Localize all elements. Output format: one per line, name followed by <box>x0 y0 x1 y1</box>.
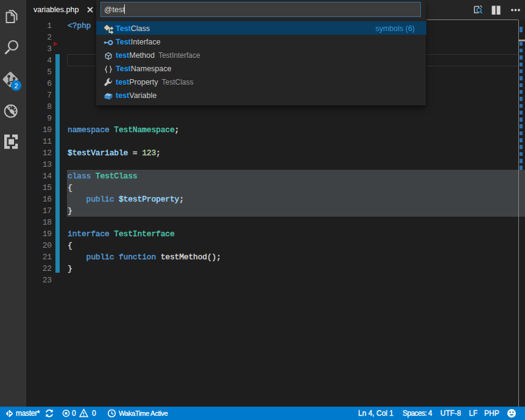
svg-text:2: 2 <box>14 82 18 89</box>
